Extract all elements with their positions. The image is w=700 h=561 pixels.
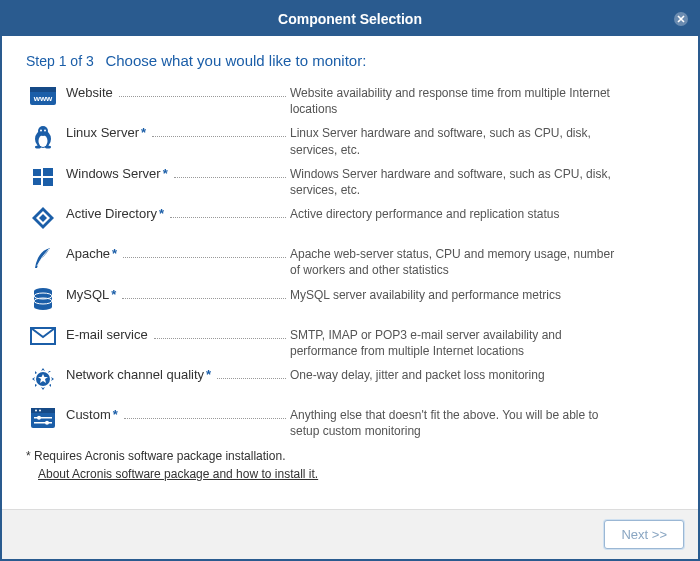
component-link[interactable]: Linux Server — [66, 125, 139, 140]
step-heading: Choose what you would like to monitor: — [105, 52, 366, 69]
component-name-cell: Network channel quality * — [60, 365, 290, 383]
component-name-cell: E-mail service — [60, 325, 290, 343]
footnotes: * Requires Acronis software package inst… — [26, 449, 674, 481]
component-description: Website availability and response time f… — [290, 83, 620, 117]
badge-icon — [26, 365, 60, 391]
component-description: Anything else that doesn't fit the above… — [290, 405, 620, 439]
svg-rect-14 — [43, 178, 53, 186]
leader-dots — [154, 329, 286, 339]
svg-point-22 — [35, 409, 37, 411]
svg-point-7 — [40, 130, 42, 132]
svg-point-5 — [39, 135, 48, 147]
component-description: Active directory performance and replica… — [290, 204, 620, 222]
windows-icon — [26, 164, 60, 188]
about-link[interactable]: About Acronis software package and how t… — [38, 467, 318, 481]
component-description: Windows Server hardware and software, su… — [290, 164, 620, 198]
step-label: Step 1 of 3 — [26, 53, 94, 69]
component-description: MySQL server availability and performanc… — [290, 285, 620, 303]
component-name-cell: Linux Server * — [60, 123, 290, 141]
svg-rect-11 — [33, 169, 41, 176]
leader-dots — [174, 168, 286, 178]
svg-rect-21 — [31, 408, 55, 413]
component-row: wwwWebsiteWebsite availability and respo… — [26, 83, 674, 117]
svg-point-10 — [45, 146, 51, 149]
window-title: Component Selection — [278, 11, 422, 27]
requires-star: * — [159, 206, 164, 221]
requires-star: * — [113, 407, 118, 422]
component-link[interactable]: Active Directory — [66, 206, 157, 221]
svg-point-6 — [38, 126, 48, 136]
penguin-icon — [26, 123, 60, 149]
component-link[interactable]: Network channel quality — [66, 367, 204, 382]
svg-rect-26 — [34, 422, 52, 424]
svg-text:www: www — [33, 94, 53, 103]
database-icon — [26, 285, 60, 311]
svg-point-27 — [45, 421, 49, 425]
next-button[interactable]: Next >> — [604, 520, 684, 549]
component-row: Linux Server *Linux Server hardware and … — [26, 123, 674, 157]
component-link[interactable]: Website — [66, 85, 113, 100]
footer-bar: Next >> — [2, 509, 698, 559]
component-name-cell: Windows Server * — [60, 164, 290, 182]
requires-star: * — [206, 367, 211, 382]
close-button[interactable] — [672, 10, 690, 28]
svg-rect-13 — [33, 178, 41, 185]
leader-dots — [123, 248, 286, 258]
requires-star: * — [141, 125, 146, 140]
component-link[interactable]: E-mail service — [66, 327, 148, 342]
leader-dots — [217, 369, 286, 379]
svg-point-25 — [37, 416, 41, 420]
feather-icon — [26, 244, 60, 270]
requires-star: * — [111, 287, 116, 302]
content-area: Step 1 of 3 Choose what you would like t… — [2, 36, 698, 509]
component-description: SMTP, IMAP or POP3 e-mail server availab… — [290, 325, 620, 359]
requires-star: * — [163, 166, 168, 181]
component-link[interactable]: Apache — [66, 246, 110, 261]
dialog-frame: Component Selection Step 1 of 3 Choose w… — [0, 0, 700, 561]
requires-note: * Requires Acronis software package inst… — [26, 449, 674, 463]
component-name-cell: Custom * — [60, 405, 290, 423]
leader-dots — [124, 409, 286, 419]
component-row: Custom *Anything else that doesn't fit t… — [26, 405, 674, 439]
close-icon — [673, 11, 689, 27]
component-name-cell: MySQL * — [60, 285, 290, 303]
component-link[interactable]: Windows Server — [66, 166, 161, 181]
component-name-cell: Active Directory * — [60, 204, 290, 222]
leader-dots — [119, 87, 286, 97]
component-row: E-mail serviceSMTP, IMAP or POP3 e-mail … — [26, 325, 674, 359]
component-name-cell: Website — [60, 83, 290, 101]
step-heading-line: Step 1 of 3 Choose what you would like t… — [26, 52, 674, 69]
svg-point-23 — [39, 409, 41, 411]
leader-dots — [170, 208, 286, 218]
component-row: Active Directory *Active directory perfo… — [26, 204, 674, 238]
component-row: MySQL *MySQL server availability and per… — [26, 285, 674, 319]
diamond-icon — [26, 204, 60, 230]
component-row: Apache *Apache web-server status, CPU an… — [26, 244, 674, 278]
sliders-icon — [26, 405, 60, 429]
component-name-cell: Apache * — [60, 244, 290, 262]
component-row: Windows Server *Windows Server hardware … — [26, 164, 674, 198]
leader-dots — [152, 127, 286, 137]
svg-rect-24 — [34, 417, 52, 419]
envelope-icon — [26, 325, 60, 345]
component-link[interactable]: MySQL — [66, 287, 109, 302]
requires-star: * — [112, 246, 117, 261]
component-description: Apache web-server status, CPU and memory… — [290, 244, 620, 278]
component-description: Linux Server hardware and software, such… — [290, 123, 620, 157]
component-description: One-way delay, jitter and packet loss mo… — [290, 365, 620, 383]
svg-point-8 — [44, 130, 46, 132]
component-link[interactable]: Custom — [66, 407, 111, 422]
svg-point-9 — [35, 146, 41, 149]
svg-rect-12 — [43, 168, 53, 176]
leader-dots — [122, 289, 286, 299]
www-icon: www — [26, 83, 60, 107]
svg-rect-2 — [30, 87, 56, 92]
titlebar: Component Selection — [2, 2, 698, 36]
component-list: wwwWebsiteWebsite availability and respo… — [26, 83, 674, 439]
component-row: Network channel quality *One-way delay, … — [26, 365, 674, 399]
